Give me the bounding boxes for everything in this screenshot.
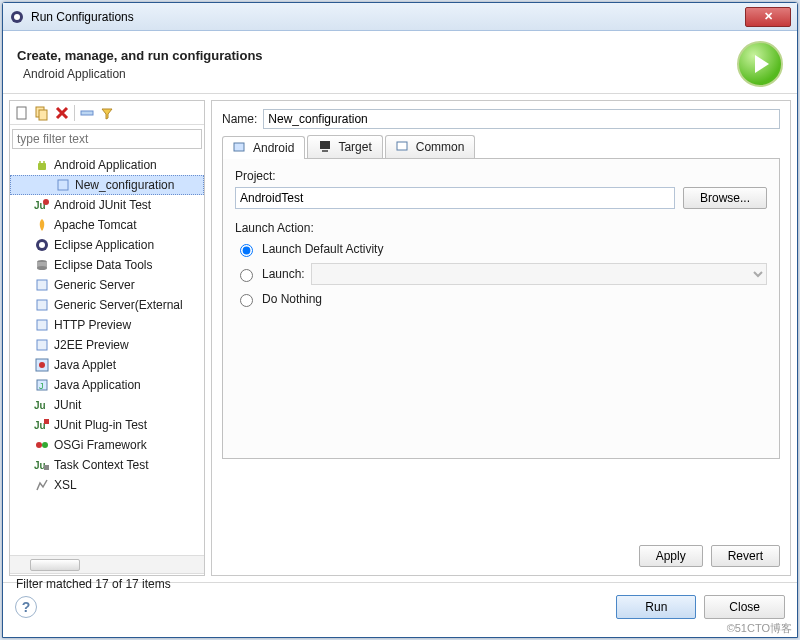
tree-item-icon (34, 357, 50, 373)
revert-button[interactable]: Revert (711, 545, 780, 567)
svg-rect-33 (320, 141, 330, 149)
tree-item-icon (34, 237, 50, 253)
tab-android[interactable]: Android (222, 136, 305, 159)
tree-item-icon (34, 477, 50, 493)
tree-item-icon: Ju (34, 197, 50, 213)
tree-item[interactable]: Generic Server(External (10, 295, 204, 315)
tree-item-label: Android JUnit Test (54, 198, 151, 212)
tree-item[interactable]: Eclipse Application (10, 235, 204, 255)
svg-rect-19 (37, 320, 47, 330)
tree-item[interactable]: Android Application (10, 155, 204, 175)
tree-item-icon (55, 177, 71, 193)
tree-item-icon: Ju (34, 397, 50, 413)
header-title: Create, manage, and run configurations (17, 48, 263, 63)
run-button[interactable]: Run (616, 595, 696, 619)
close-button[interactable]: Close (704, 595, 785, 619)
window-title: Run Configurations (31, 10, 134, 24)
tab-target[interactable]: Target (307, 135, 382, 158)
tree-item-label: Eclipse Data Tools (54, 258, 153, 272)
radio-do-nothing[interactable] (240, 294, 253, 307)
tree-item-label: Generic Server (54, 278, 135, 292)
horizontal-scrollbar[interactable] (10, 555, 204, 573)
tree-item-icon: Ju (34, 417, 50, 433)
launch-select[interactable] (311, 263, 767, 285)
svg-text:Ju: Ju (34, 420, 46, 431)
svg-point-11 (43, 199, 49, 205)
left-toolbar (10, 101, 204, 125)
tree-item[interactable]: OSGi Framework (10, 435, 204, 455)
tree-item[interactable]: Generic Server (10, 275, 204, 295)
project-input[interactable] (235, 187, 675, 209)
tree-item[interactable]: JuJUnit Plug-in Test (10, 415, 204, 435)
left-panel: Android ApplicationNew_configurationJuAn… (9, 100, 205, 576)
header-subtitle: Android Application (17, 67, 263, 81)
tree-item[interactable]: J2EE Preview (10, 335, 204, 355)
tree-item-label: New_configuration (75, 178, 174, 192)
svg-text:J: J (39, 381, 44, 391)
svg-rect-5 (81, 111, 93, 115)
title-bar: Run Configurations ✕ (3, 3, 797, 31)
tree-item-label: Java Application (54, 378, 141, 392)
tree-item-icon (34, 257, 50, 273)
tree-item[interactable]: Apache Tomcat (10, 215, 204, 235)
watermark: ©51CTO博客 (727, 621, 792, 636)
tree-item-label: OSGi Framework (54, 438, 147, 452)
svg-point-1 (14, 14, 20, 20)
app-icon (9, 9, 25, 25)
tree-item[interactable]: JuTask Context Test (10, 455, 204, 475)
radio-launch[interactable] (240, 269, 253, 282)
tree-item[interactable]: JuJUnit (10, 395, 204, 415)
svg-rect-18 (37, 300, 47, 310)
svg-rect-17 (37, 280, 47, 290)
tree-item[interactable]: Eclipse Data Tools (10, 255, 204, 275)
tree-item-label: Apache Tomcat (54, 218, 137, 232)
tree-item[interactable]: JJava Application (10, 375, 204, 395)
tree-item-label: XSL (54, 478, 77, 492)
svg-rect-9 (58, 180, 68, 190)
tree-item-icon: J (34, 377, 50, 393)
tree-item-icon (34, 277, 50, 293)
svg-rect-31 (44, 465, 49, 470)
svg-text:Ju: Ju (34, 400, 46, 411)
tree-item[interactable]: Java Applet (10, 355, 204, 375)
svg-rect-2 (17, 107, 26, 119)
svg-rect-35 (397, 142, 407, 150)
new-config-icon[interactable] (14, 105, 30, 121)
tree-item-icon (34, 337, 50, 353)
tree-item-label: Android Application (54, 158, 157, 172)
collapse-icon[interactable] (79, 105, 95, 121)
tree-item[interactable]: XSL (10, 475, 204, 495)
tree-item-label: HTTP Preview (54, 318, 131, 332)
tree-item[interactable]: New_configuration (10, 175, 204, 195)
tree-item-icon (34, 437, 50, 453)
tree-item[interactable]: JuAndroid JUnit Test (10, 195, 204, 215)
filter-input[interactable] (12, 129, 202, 149)
svg-point-7 (39, 161, 41, 163)
tab-panel: Project: Browse... Launch Action: Launch… (222, 159, 780, 459)
tree-item-label: J2EE Preview (54, 338, 129, 352)
name-input[interactable] (263, 109, 780, 129)
svg-rect-6 (38, 163, 46, 170)
run-icon (737, 41, 783, 87)
tree-item[interactable]: HTTP Preview (10, 315, 204, 335)
delete-icon[interactable] (54, 105, 70, 121)
right-panel: Name: Android Target Common Project: Bro… (211, 100, 791, 576)
tab-common[interactable]: Common (385, 135, 476, 158)
svg-rect-20 (37, 340, 47, 350)
radio-default-activity[interactable] (240, 244, 253, 257)
tree-item-label: Task Context Test (54, 458, 149, 472)
apply-button[interactable]: Apply (639, 545, 703, 567)
tree-item-icon (34, 157, 50, 173)
duplicate-icon[interactable] (34, 105, 50, 121)
tree-item-label: JUnit (54, 398, 81, 412)
tree-item-label: Generic Server(External (54, 298, 183, 312)
config-tree[interactable]: Android ApplicationNew_configurationJuAn… (10, 153, 204, 555)
filter-icon[interactable] (99, 105, 115, 121)
dialog-header: Create, manage, and run configurations A… (3, 31, 797, 94)
close-window-button[interactable]: ✕ (745, 7, 791, 27)
launch-action-label: Launch Action: (235, 221, 767, 235)
filter-status: Filter matched 17 of 17 items (10, 573, 204, 594)
browse-button[interactable]: Browse... (683, 187, 767, 209)
svg-rect-4 (39, 110, 47, 120)
help-button[interactable]: ? (15, 596, 37, 618)
